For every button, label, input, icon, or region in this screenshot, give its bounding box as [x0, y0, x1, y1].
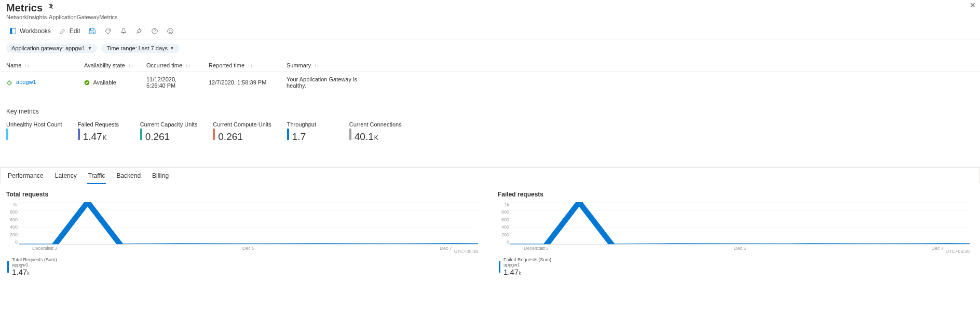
- help-icon: [151, 27, 158, 35]
- col-occurred[interactable]: Occurred time↑↓: [140, 59, 202, 72]
- chart-plot[interactable]: 1k8006004002000 DecemberDec 3Dec 5Dec 7 …: [510, 202, 970, 254]
- x-axis-labels: DecemberDec 3Dec 5Dec 7: [19, 246, 478, 254]
- svg-rect-1: [10, 29, 12, 34]
- kpi-card[interactable]: Throughput 1.7: [287, 121, 334, 142]
- kpi-unit: K: [103, 134, 107, 142]
- save-button[interactable]: [86, 25, 99, 37]
- resource-icon: [6, 79, 15, 85]
- legend-unit: k: [519, 271, 521, 276]
- tab-traffic[interactable]: Traffic: [87, 168, 106, 183]
- kpi-value: 1.7: [292, 132, 306, 142]
- col-reported[interactable]: Reported time↑↓: [202, 59, 280, 72]
- kpi-color-bar: [213, 129, 215, 140]
- key-metrics-title: Key metrics: [0, 93, 980, 119]
- legend-value: 1.47: [503, 267, 519, 276]
- reported-time: 12/7/2020, 1:58:39 PM: [202, 72, 280, 93]
- kpi-card[interactable]: Failed Requests 1.47 K: [78, 121, 125, 142]
- kpi-value: 1.47: [83, 132, 102, 142]
- chart-card: Total requests 1k8006004002000 DecemberD…: [6, 188, 482, 276]
- tab-billing[interactable]: Billing: [151, 168, 170, 183]
- chart-card: Failed requests 1k8006004002000 December…: [498, 188, 974, 276]
- y-axis-labels: 1k8006004002000: [6, 202, 18, 245]
- x-axis-labels: DecemberDec 3Dec 5Dec 7: [510, 246, 970, 254]
- toolbar: Workbooks Edit: [0, 23, 980, 39]
- edit-label: Edit: [70, 27, 80, 35]
- table-header-row: Name↑↓ Availability state↑↓ Occurred tim…: [0, 59, 980, 72]
- kpi-title: Throughput: [287, 121, 334, 128]
- kpi-card[interactable]: Current Compute Units 0.261: [213, 121, 271, 142]
- chart-plot[interactable]: 1k8006004002000 DecemberDec 3Dec 5Dec 7 …: [19, 202, 478, 254]
- charts-row: Total requests 1k8006004002000 DecemberD…: [0, 183, 980, 280]
- smiley-icon: [167, 27, 174, 35]
- pin-toolbar-icon: [135, 27, 143, 35]
- kpi-color-bar: [349, 129, 351, 140]
- y-axis-labels: 1k8006004002000: [498, 202, 509, 245]
- legend-series-sub: appgw1: [12, 262, 57, 267]
- help-button[interactable]: [148, 25, 161, 37]
- kpi-title: Current Capacity Units: [140, 121, 198, 128]
- timezone-label: UTC+05:30: [454, 249, 478, 254]
- kpi-unit: K: [374, 134, 378, 142]
- kpi-color-bar: [287, 129, 289, 140]
- kpi-card[interactable]: Current Capacity Units 0.261: [140, 121, 198, 142]
- summary-text: Your Application Gateway is healthy.: [280, 72, 374, 93]
- resource-link[interactable]: appgw1: [16, 79, 36, 85]
- page-title: Metrics: [6, 2, 43, 14]
- kpi-title: Unhealthy Host Count: [6, 121, 62, 128]
- edit-icon: [59, 27, 66, 35]
- workbooks-button[interactable]: Workbooks: [6, 25, 54, 37]
- svg-point-6: [171, 30, 171, 31]
- kpi-row: Unhealthy Host Count Failed Requests 1.4…: [0, 119, 980, 144]
- svg-point-4: [167, 29, 173, 34]
- kpi-title: Current Compute Units: [213, 121, 271, 128]
- col-name[interactable]: Name↑↓: [0, 59, 78, 72]
- kpi-color-bar: [6, 129, 8, 140]
- workbook-icon: [9, 27, 17, 35]
- legend-series-name: Failed Requests (Sum): [503, 257, 551, 262]
- status-available-icon: [84, 79, 92, 86]
- legend-color-bar: [7, 261, 9, 273]
- legend-color-bar: [499, 261, 500, 273]
- chevron-down-icon: ▼: [87, 46, 92, 51]
- chart-legend: Failed Requests (Sum) appgw1 1.47k: [499, 257, 974, 276]
- legend-value: 1.47: [12, 267, 27, 276]
- svg-point-5: [169, 30, 169, 31]
- filter-timerange[interactable]: Time range: Last 7 days▼: [101, 44, 180, 53]
- tab-backend[interactable]: Backend: [115, 168, 142, 183]
- col-summary[interactable]: Summary↑↓: [280, 59, 374, 72]
- table-row[interactable]: appgw1 Available 11/12/2020, 5:26:40 PM …: [0, 72, 980, 93]
- kpi-title: Current Connections: [349, 121, 402, 128]
- chevron-down-icon: ▼: [170, 46, 174, 51]
- legend-series-sub: appgw1: [503, 262, 551, 267]
- bell-icon: [120, 27, 127, 35]
- pin-icon[interactable]: [47, 4, 54, 12]
- availability-state: Available: [93, 79, 116, 86]
- chart-title: Total requests: [6, 191, 482, 198]
- feedback-button[interactable]: [164, 25, 177, 37]
- edit-button[interactable]: Edit: [56, 25, 84, 37]
- col-availability[interactable]: Availability state↑↓: [78, 59, 140, 72]
- filter-gateway[interactable]: Application gateway: appgw1▼: [6, 44, 97, 53]
- kpi-value: 40.1: [355, 132, 374, 142]
- alert-button[interactable]: [117, 25, 130, 37]
- kpi-value: 0.261: [145, 132, 170, 142]
- chart-title: Failed requests: [498, 191, 974, 198]
- filter-timerange-label: Time range: Last 7 days: [106, 45, 168, 51]
- save-icon: [89, 27, 96, 35]
- chart-legend: Total Requests (Sum) appgw1 1.47k: [7, 257, 482, 276]
- kpi-card[interactable]: Current Connections 40.1 K: [349, 121, 402, 142]
- filter-gateway-label: Application gateway: appgw1: [11, 45, 85, 51]
- refresh-button[interactable]: [101, 25, 115, 37]
- kpi-value: 0.261: [218, 132, 243, 142]
- tab-performance[interactable]: Performance: [7, 168, 45, 183]
- tab-bar: PerformanceLatencyTrafficBackendBilling: [0, 167, 980, 183]
- svg-point-3: [154, 33, 155, 33]
- kpi-card[interactable]: Unhealthy Host Count: [6, 121, 62, 142]
- kpi-title: Failed Requests: [78, 121, 125, 128]
- workbooks-label: Workbooks: [20, 27, 51, 35]
- resource-table: Name↑↓ Availability state↑↓ Occurred tim…: [0, 59, 980, 93]
- close-icon[interactable]: ✕: [970, 1, 976, 9]
- kpi-color-bar: [78, 129, 80, 140]
- tab-latency[interactable]: Latency: [54, 168, 78, 183]
- pin-button[interactable]: [132, 25, 146, 37]
